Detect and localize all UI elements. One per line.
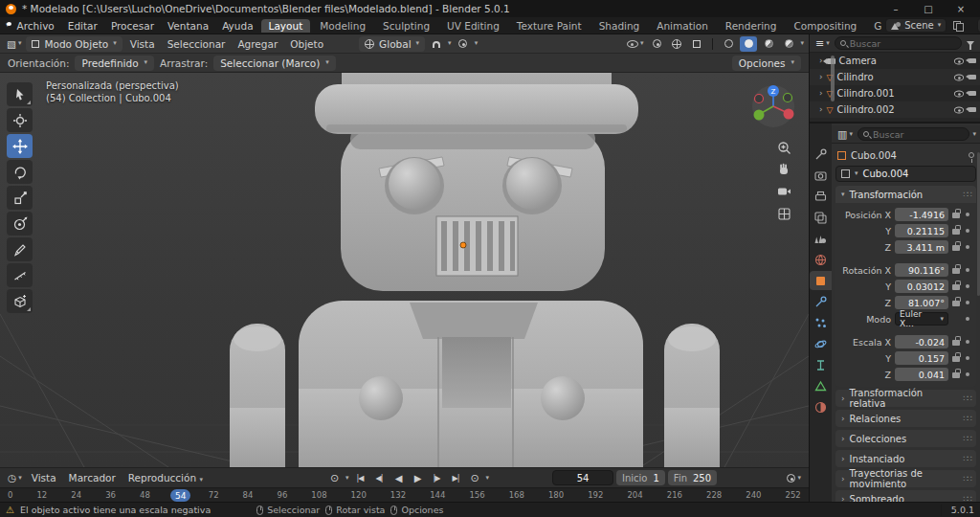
timeline-menu-vista[interactable]: Vista <box>27 472 61 483</box>
ortho-toggle-button[interactable] <box>774 204 793 223</box>
animate-dot[interactable] <box>966 284 969 288</box>
robot-eye-left[interactable] <box>389 158 440 210</box>
menu-editar[interactable]: Editar <box>62 19 103 33</box>
minimize-button[interactable]: – <box>882 0 909 17</box>
scale-x-field[interactable]: -0.024 <box>895 335 948 348</box>
lock-icon[interactable] <box>952 268 960 274</box>
properties-search-input[interactable] <box>873 129 965 140</box>
robot-model[interactable] <box>0 73 809 467</box>
hide-render-toggle[interactable] <box>969 58 976 63</box>
filter-icon[interactable] <box>967 41 974 46</box>
lock-icon[interactable] <box>952 301 960 306</box>
snap-toggle[interactable] <box>428 36 445 52</box>
transform-tool[interactable] <box>7 212 33 236</box>
workspace-tab-layout[interactable]: Layout <box>261 19 311 33</box>
expand-chevron-icon[interactable]: › <box>819 105 823 114</box>
scale-z-field[interactable]: 0.041 <box>895 368 948 381</box>
animate-dot[interactable] <box>966 268 969 272</box>
pan-hand-button[interactable] <box>774 160 793 179</box>
viewport-canvas[interactable]: Personalizada (perspectiva) (54) Collect… <box>0 73 809 467</box>
outliner-item-camera[interactable]: › Camera <box>810 53 980 69</box>
timeline-options-button[interactable]: ▾ <box>785 470 803 485</box>
pin-icon[interactable] <box>969 152 974 158</box>
menu-objeto[interactable]: Objeto <box>285 38 328 50</box>
xray-toggle[interactable] <box>688 36 705 52</box>
hide-render-toggle[interactable] <box>969 75 976 79</box>
gizmo-y-axis[interactable] <box>754 110 765 121</box>
prev-keyframe-button[interactable]: ◀| <box>371 470 388 485</box>
outliner-search[interactable] <box>835 36 962 50</box>
blender-logo-icon[interactable] <box>6 4 16 14</box>
tab-world[interactable] <box>810 250 832 269</box>
timeline-ruler[interactable]: 0 12 24 36 48 60 72 84 96 108 120 132 14… <box>0 487 809 502</box>
timeline-menu-marcador[interactable]: Marcador <box>64 472 121 483</box>
hide-render-toggle[interactable] <box>969 107 976 112</box>
hide-render-toggle[interactable] <box>969 91 976 96</box>
maximize-button[interactable]: □ <box>915 0 942 17</box>
drag-handle-icon[interactable]: ∷∷ <box>964 434 970 443</box>
animate-dot[interactable] <box>966 229 969 233</box>
shading-material-button[interactable] <box>760 36 777 52</box>
scene-selector[interactable]: Scene ▾ <box>885 18 947 33</box>
menu-seleccionar[interactable]: Seleccionar <box>163 38 231 50</box>
new-scene-button[interactable] <box>948 18 966 34</box>
editor-type-button[interactable]: ▧ ▾ <box>5 36 23 52</box>
hide-viewport-toggle[interactable] <box>954 106 964 113</box>
tab-view-layer[interactable] <box>810 208 832 227</box>
outliner-search-input[interactable] <box>850 38 956 49</box>
next-keyframe-button[interactable]: |▶ <box>429 470 445 485</box>
rotation-y-field[interactable]: 0.03012 <box>895 280 948 293</box>
workspace-tab-sculpting[interactable]: Sculpting <box>375 19 437 33</box>
tab-modifiers[interactable] <box>810 292 832 311</box>
auto-keying-toggle[interactable]: ⊙ <box>326 470 343 485</box>
tab-tool[interactable] <box>810 145 832 164</box>
workspace-tab-geometry[interactable]: Geome <box>866 19 881 33</box>
shading-wireframe-button[interactable] <box>720 36 737 52</box>
orientation-dropdown[interactable]: Predefinido ▾ <box>75 56 154 71</box>
lock-icon[interactable] <box>952 284 960 290</box>
robot-button-right[interactable] <box>541 376 585 420</box>
section-relations[interactable]: › Relaciones ∷∷ <box>835 410 976 427</box>
drag-handle-icon[interactable]: ∷∷ <box>964 494 970 502</box>
section-relative-transform[interactable]: › Transformación relativa ∷∷ <box>835 390 976 407</box>
drag-handle-icon[interactable]: ∷∷ <box>964 393 970 403</box>
robot-grill[interactable] <box>436 216 518 276</box>
section-collections[interactable]: › Colecciones ∷∷ <box>835 430 976 447</box>
tab-object[interactable] <box>810 271 832 290</box>
workspace-tab-animation[interactable]: Animation <box>649 19 716 33</box>
lock-icon[interactable] <box>952 372 960 378</box>
workspace-tab-modeling[interactable]: Modeling <box>312 19 373 33</box>
tab-particles[interactable] <box>810 313 832 332</box>
rotation-x-field[interactable]: 90.116° <box>895 263 948 277</box>
visibility-dropdown[interactable]: ▾ <box>625 36 646 52</box>
proportional-edit-toggle[interactable] <box>455 36 472 52</box>
menu-ventana[interactable]: Ventana <box>162 19 214 33</box>
lock-icon[interactable] <box>952 356 960 362</box>
robot-torso[interactable] <box>299 301 643 467</box>
menu-vista[interactable]: Vista <box>125 38 160 50</box>
rotate-tool[interactable] <box>7 160 33 184</box>
lock-icon[interactable] <box>952 340 960 346</box>
tab-physics[interactable] <box>810 334 832 353</box>
drag-handle-icon[interactable]: ∷∷ <box>964 190 970 199</box>
animate-dot[interactable] <box>966 213 969 216</box>
scale-tool[interactable] <box>7 186 33 210</box>
tab-object-data[interactable] <box>810 376 832 395</box>
cursor-tool[interactable] <box>7 108 33 132</box>
tab-constraints[interactable] <box>810 355 832 374</box>
animate-dot[interactable] <box>966 372 969 376</box>
location-z-field[interactable]: 3.411 m <box>895 240 948 254</box>
section-shading[interactable]: › Sombreado ∷∷ <box>835 490 976 502</box>
workspace-tab-texture-paint[interactable]: Texture Paint <box>509 19 590 33</box>
animate-dot[interactable] <box>966 356 969 360</box>
outliner-item-cilindro[interactable]: › ▽ Cilindro <box>810 69 980 85</box>
select-box-tool[interactable] <box>7 82 33 106</box>
keying-set-button[interactable]: ⊙ <box>467 470 483 485</box>
outliner-item-cilindro-002[interactable]: › ▽ Cilindro.002 <box>810 101 980 118</box>
workspace-tab-uv-editing[interactable]: UV Editing <box>439 19 507 33</box>
gizmo-x-axis[interactable] <box>784 109 794 120</box>
shading-solid-button[interactable] <box>740 36 757 52</box>
annotate-tool[interactable] <box>7 237 33 261</box>
tab-render[interactable] <box>810 166 832 185</box>
robot-button-left[interactable] <box>359 376 403 420</box>
